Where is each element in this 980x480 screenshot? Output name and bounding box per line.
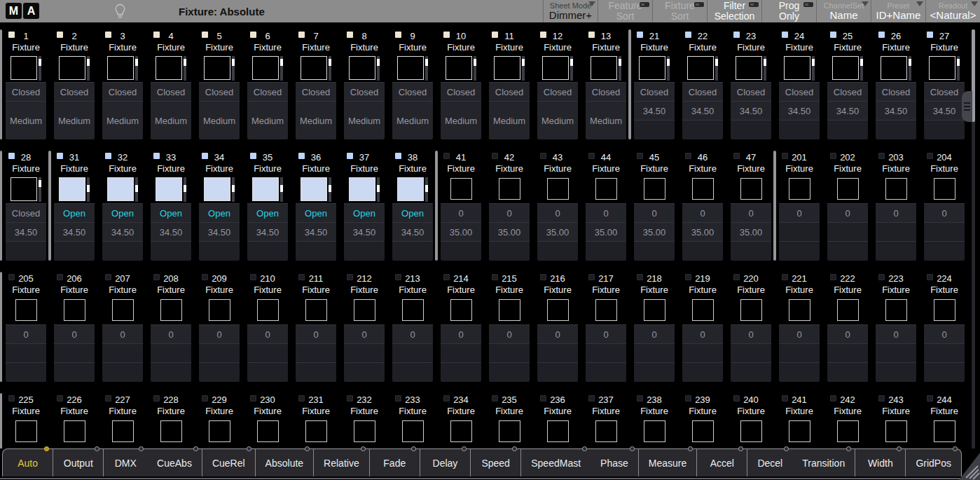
fixture-cell[interactable]: 241Fixture	[779, 393, 820, 448]
resize-grip-icon[interactable]	[959, 453, 980, 480]
tab-speedmast[interactable]: SpeedMast	[521, 449, 591, 476]
tab-fade[interactable]: Fade	[370, 449, 420, 476]
titlebar-button-id-name[interactable]: PresetID+Name	[871, 0, 925, 22]
tab-delay[interactable]: Delay	[420, 449, 470, 476]
fixture-cell[interactable]: 13FixtureClosedMedium	[586, 29, 626, 139]
tab-auto[interactable]: Auto	[3, 449, 53, 476]
fixture-cell[interactable]: 45Fixture035.00	[634, 151, 675, 261]
fixture-cell[interactable]: 47Fixture035.00	[731, 151, 771, 261]
fixture-cell[interactable]: 244Fixture	[924, 393, 965, 448]
fixture-cell[interactable]: 33FixtureOpen34.50	[151, 151, 191, 261]
fixture-cell[interactable]: 229Fixture	[199, 393, 240, 448]
fixture-cell[interactable]: 42Fixture035.00	[489, 151, 530, 261]
fixture-cell[interactable]: 205Fixture0	[6, 272, 46, 382]
fixture-cell[interactable]: 7FixtureClosedMedium	[296, 29, 336, 139]
titlebar-button-only[interactable]: ProgOnly	[761, 0, 816, 22]
tab-gridpos[interactable]: GridPos	[906, 449, 961, 476]
fixture-cell[interactable]: 3FixtureClosedMedium	[102, 29, 143, 139]
fixture-cell[interactable]: 203Fixture0	[876, 151, 916, 261]
titlebar-button-sort[interactable]: FeatureSort	[598, 0, 652, 22]
fixture-cell[interactable]: 224Fixture0	[924, 272, 965, 382]
fixture-cell[interactable]: 234Fixture	[441, 393, 481, 448]
scrollbar-grip-handle[interactable]	[962, 91, 972, 122]
tab-accel[interactable]: Accel	[697, 449, 747, 476]
fixture-cell[interactable]: 1FixtureClosedMedium	[6, 29, 46, 139]
fixture-cell[interactable]: 26FixtureClosed34.50	[876, 29, 916, 139]
tab-cuerel[interactable]: CueRel	[202, 449, 255, 476]
fixture-cell[interactable]: 214Fixture0	[441, 272, 481, 382]
fixture-cell[interactable]: 225Fixture	[6, 393, 46, 448]
fixture-cell[interactable]: 236Fixture	[537, 393, 578, 448]
tab-transition[interactable]: Transition	[792, 449, 855, 476]
fixture-cell[interactable]: 43Fixture035.00	[537, 151, 578, 261]
fixture-cell[interactable]: 5FixtureClosedMedium	[199, 29, 240, 139]
fixture-cell[interactable]: 211Fixture0	[296, 272, 336, 382]
fixture-cell[interactable]: 41Fixture035.00	[441, 151, 481, 261]
fixture-cell[interactable]: 44Fixture035.00	[586, 151, 626, 261]
tab-decel[interactable]: Decel	[747, 449, 792, 476]
fixture-cell[interactable]: 21FixtureClosed34.50	[634, 29, 675, 139]
fixture-cell[interactable]: 238Fixture	[634, 393, 675, 448]
fixture-cell[interactable]: 22FixtureClosed34.50	[682, 29, 723, 139]
fixture-cell[interactable]: 6FixtureClosedMedium	[247, 29, 288, 139]
fixture-cell[interactable]: 12FixtureClosedMedium	[537, 29, 578, 139]
fixture-cell[interactable]: 2FixtureClosedMedium	[54, 29, 95, 139]
titlebar-button-dimmer-[interactable]: Sheet ModeDimmer+	[543, 0, 598, 22]
fixture-cell[interactable]: 201Fixture0	[779, 151, 820, 261]
fixture-cell[interactable]: 226Fixture	[54, 393, 95, 448]
fixture-cell[interactable]: 8FixtureClosedMedium	[344, 29, 385, 139]
fixture-cell[interactable]: 10FixtureClosedMedium	[441, 29, 481, 139]
tab-measure[interactable]: Measure	[639, 449, 696, 476]
tab-dmx[interactable]: DMX	[104, 449, 147, 476]
fixture-cell[interactable]: 230Fixture	[247, 393, 288, 448]
fixture-cell[interactable]: 212Fixture0	[344, 272, 385, 382]
fixture-cell[interactable]: 232Fixture	[344, 393, 385, 448]
fixture-cell[interactable]: 28FixtureClosed34.50	[6, 151, 46, 261]
fixture-cell[interactable]: 11FixtureClosedMedium	[489, 29, 530, 139]
titlebar-button-sort[interactable]: FixtureSort	[652, 0, 707, 22]
tab-relative[interactable]: Relative	[314, 449, 369, 476]
fixture-cell[interactable]: 218Fixture0	[634, 272, 675, 382]
fixture-cell[interactable]: 243Fixture	[876, 393, 916, 448]
fixture-cell[interactable]: 36FixtureOpen34.50	[296, 151, 336, 261]
tab-output[interactable]: Output	[53, 449, 103, 476]
fixture-cell[interactable]: 213Fixture0	[392, 272, 433, 382]
fixture-cell[interactable]: 202Fixture0	[827, 151, 868, 261]
fixture-cell[interactable]: 46Fixture035.00	[682, 151, 723, 261]
fixture-cell[interactable]: 227Fixture	[102, 393, 143, 448]
fixture-cell[interactable]: 27FixtureClosed34.50	[924, 29, 965, 139]
fixture-cell[interactable]: 4FixtureClosedMedium	[151, 29, 191, 139]
tab-speed[interactable]: Speed	[471, 449, 520, 476]
fixture-cell[interactable]: 207Fixture0	[102, 272, 143, 382]
fixture-cell[interactable]: 37FixtureOpen34.50	[344, 151, 385, 261]
titlebar-button--natural-[interactable]: Readout<Natural>	[925, 0, 980, 22]
fixture-cell[interactable]: 215Fixture0	[489, 272, 530, 382]
fixture-cell[interactable]: 206Fixture0	[54, 272, 95, 382]
fixture-cell[interactable]: 231Fixture	[296, 393, 336, 448]
fixture-cell[interactable]: 240Fixture	[731, 393, 771, 448]
fixture-cell[interactable]: 223Fixture0	[876, 272, 916, 382]
fixture-cell[interactable]: 209Fixture0	[199, 272, 240, 382]
tab-cueabs[interactable]: CueAbs	[147, 449, 202, 476]
fixture-cell[interactable]: 38FixtureOpen34.50	[392, 151, 433, 261]
titlebar-button-selection[interactable]: FilterSelection	[707, 0, 761, 22]
tab-absolute[interactable]: Absolute	[256, 449, 313, 476]
fixture-cell[interactable]: 208Fixture0	[151, 272, 191, 382]
fixture-cell[interactable]: 242Fixture	[827, 393, 868, 448]
fixture-cell[interactable]: 219Fixture0	[682, 272, 723, 382]
fixture-cell[interactable]: 9FixtureClosedMedium	[392, 29, 433, 139]
fixture-cell[interactable]: 34FixtureOpen34.50	[199, 151, 240, 261]
fixture-cell[interactable]: 32FixtureOpen34.50	[102, 151, 143, 261]
fixture-cell[interactable]: 216Fixture0	[537, 272, 578, 382]
fixture-cell[interactable]: 222Fixture0	[827, 272, 868, 382]
fixture-cell[interactable]: 35FixtureOpen34.50	[247, 151, 288, 261]
fixture-cell[interactable]: 233Fixture	[392, 393, 433, 448]
fixture-cell[interactable]: 31FixtureOpen34.50	[54, 151, 95, 261]
fixture-cell[interactable]: 25FixtureClosed34.50	[827, 29, 868, 139]
fixture-cell[interactable]: 235Fixture	[489, 393, 530, 448]
tab-width[interactable]: Width	[855, 449, 905, 476]
fixture-cell[interactable]: 220Fixture0	[731, 272, 771, 382]
tab-phase[interactable]: Phase	[591, 449, 638, 476]
fixture-cell[interactable]: 228Fixture	[151, 393, 191, 448]
fixture-cell[interactable]: 221Fixture0	[779, 272, 820, 382]
